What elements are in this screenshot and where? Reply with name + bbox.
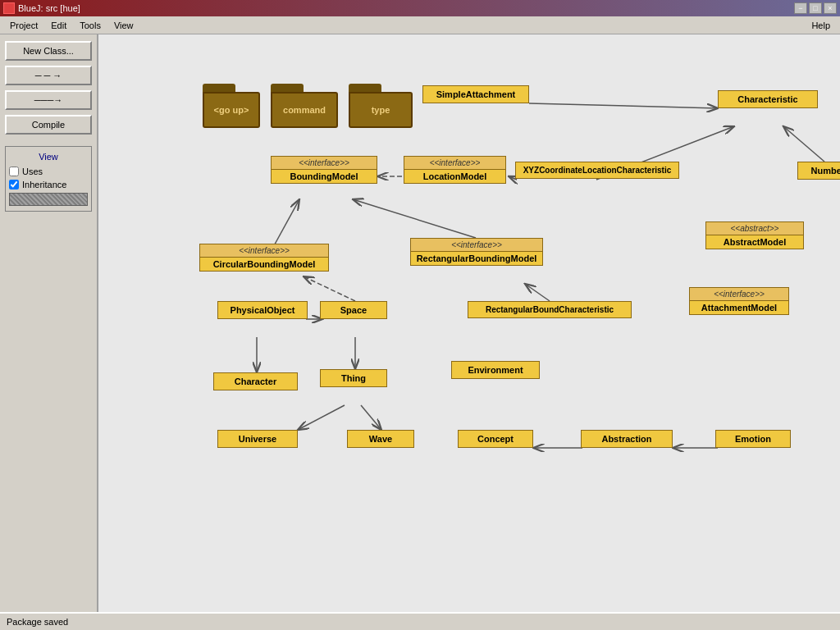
class-boundingmodel[interactable]: <<interface>> BoundingModel	[271, 156, 377, 184]
class-universe[interactable]: Universe	[217, 430, 298, 448]
svg-line-9	[525, 284, 550, 301]
svg-line-2	[783, 126, 824, 162]
class-rectbounding[interactable]: <<interface>> RectangularBoundingModel	[410, 238, 543, 266]
arrow1-button[interactable]: ​​​─ ─ →	[5, 66, 92, 85]
class-stereo-abstractmodel: <<abstract>>	[706, 222, 803, 235]
class-name-boundingmodel: BoundingModel	[272, 170, 377, 183]
status-message: Package saved	[7, 617, 68, 627]
main-area: New Class... ​​​─ ─ → ───→ Compile View …	[0, 34, 840, 612]
class-name-character: Character	[214, 373, 297, 390]
class-wave[interactable]: Wave	[347, 430, 414, 448]
menubar: Project Edit Tools View Help	[0, 16, 840, 34]
minimize-button[interactable]: −	[794, 2, 807, 14]
class-thing[interactable]: Thing	[320, 369, 387, 387]
class-name-numberchar: NumberCharacteristic	[798, 162, 840, 179]
class-name-locationmodel: LocationModel	[404, 170, 505, 183]
diagram-canvas: <go up> command type SimpleAttachment Ch…	[98, 34, 840, 612]
class-name-rectbounding: RectangularBoundingModel	[411, 252, 542, 265]
view-section-title: View	[9, 152, 88, 162]
class-name-universe: Universe	[218, 431, 297, 447]
class-locationmodel[interactable]: <<interface>> LocationModel	[404, 156, 506, 184]
class-name-concept: Concept	[459, 431, 532, 447]
class-stereo-circularbounding: <<interface>>	[200, 244, 328, 258]
new-class-button[interactable]: New Class...	[5, 41, 92, 61]
class-character[interactable]: Character	[213, 372, 298, 390]
menu-items: Project Edit Tools View	[3, 19, 140, 32]
class-stereo-boundingmodel: <<interface>>	[272, 157, 377, 170]
uses-checkbox-row: Uses	[9, 167, 88, 176]
inheritance-label: Inheritance	[22, 180, 66, 189]
class-name-emotion: Emotion	[716, 431, 790, 447]
class-name-circularbounding: CircularBoundingModel	[200, 258, 328, 271]
class-name-wave: Wave	[348, 431, 413, 447]
menu-project[interactable]: Project	[3, 19, 44, 32]
scroll-indicator	[9, 193, 88, 206]
class-characteristic[interactable]: Characteristic	[718, 90, 818, 108]
svg-line-6	[353, 199, 476, 238]
maximize-button[interactable]: □	[809, 2, 822, 14]
class-simpleattachment[interactable]: SimpleAttachment	[422, 85, 529, 103]
folder-command[interactable]: command	[271, 84, 338, 128]
class-name-attachmentmodel: AttachmentModel	[690, 301, 788, 314]
class-stereo-rectbounding: <<interface>>	[411, 239, 542, 252]
class-emotion[interactable]: Emotion	[715, 430, 791, 448]
app-icon	[3, 2, 15, 14]
class-rectboundchar[interactable]: RectangularBoundCharacteristic	[468, 301, 632, 318]
folder-goup[interactable]: <go up>	[203, 84, 260, 128]
uses-checkbox[interactable]	[9, 167, 19, 176]
inheritance-checkbox-row: Inheritance	[9, 180, 88, 189]
window-buttons[interactable]: − □ ×	[794, 2, 837, 14]
sidebar: New Class... ​​​─ ─ → ───→ Compile View …	[0, 34, 98, 612]
class-attachmentmodel[interactable]: <<interface>> AttachmentModel	[689, 287, 789, 315]
menu-help[interactable]: Help	[805, 19, 837, 32]
svg-line-13	[361, 405, 381, 430]
folder-type[interactable]: type	[349, 84, 413, 128]
class-circularbounding[interactable]: <<interface>> CircularBoundingModel	[199, 244, 329, 272]
class-name-physicalobject: PhysicalObject	[218, 302, 307, 318]
menu-tools[interactable]: Tools	[73, 19, 107, 32]
class-name-abstraction: Abstraction	[582, 431, 672, 447]
class-name-abstractmodel: AbstractModel	[706, 235, 803, 249]
class-stereo-locationmodel: <<interface>>	[404, 157, 505, 170]
class-stereo-attachmentmodel: <<interface>>	[690, 288, 788, 301]
class-name-characteristic: Characteristic	[719, 91, 817, 107]
compile-button[interactable]: Compile	[5, 115, 92, 135]
class-concept[interactable]: Concept	[458, 430, 533, 448]
class-environment[interactable]: Environment	[451, 361, 540, 379]
view-section: View Uses Inheritance	[5, 146, 92, 212]
class-numberchar[interactable]: NumberCharacteristic	[797, 162, 840, 180]
svg-line-0	[529, 103, 718, 108]
menu-view[interactable]: View	[107, 19, 140, 32]
class-name-xyzcoord: XYZCoordinateLocationCharacteristic	[516, 162, 678, 178]
uses-label: Uses	[22, 167, 43, 176]
class-name-environment: Environment	[452, 362, 539, 378]
class-xyzcoord[interactable]: XYZCoordinateLocationCharacteristic	[515, 162, 679, 179]
class-space[interactable]: Space	[320, 301, 387, 319]
inheritance-checkbox[interactable]	[9, 180, 19, 189]
close-button[interactable]: ×	[824, 2, 837, 14]
class-abstraction[interactable]: Abstraction	[581, 430, 673, 448]
title-text: BlueJ: src [hue]	[3, 2, 80, 14]
svg-line-8	[304, 276, 355, 301]
arrow2-button[interactable]: ───→	[5, 90, 92, 110]
svg-line-12	[298, 405, 345, 430]
class-physicalobject[interactable]: PhysicalObject	[217, 301, 308, 319]
class-name-rectboundchar: RectangularBoundCharacteristic	[468, 302, 631, 317]
class-name-space: Space	[321, 302, 386, 318]
menu-edit[interactable]: Edit	[44, 19, 73, 32]
class-abstractmodel[interactable]: <<abstract>> AbstractModel	[705, 221, 804, 249]
statusbar: Package saved	[0, 612, 840, 630]
titlebar: BlueJ: src [hue] − □ ×	[0, 0, 840, 16]
class-name-simpleattachment: SimpleAttachment	[423, 86, 528, 103]
class-name-thing: Thing	[321, 370, 386, 386]
